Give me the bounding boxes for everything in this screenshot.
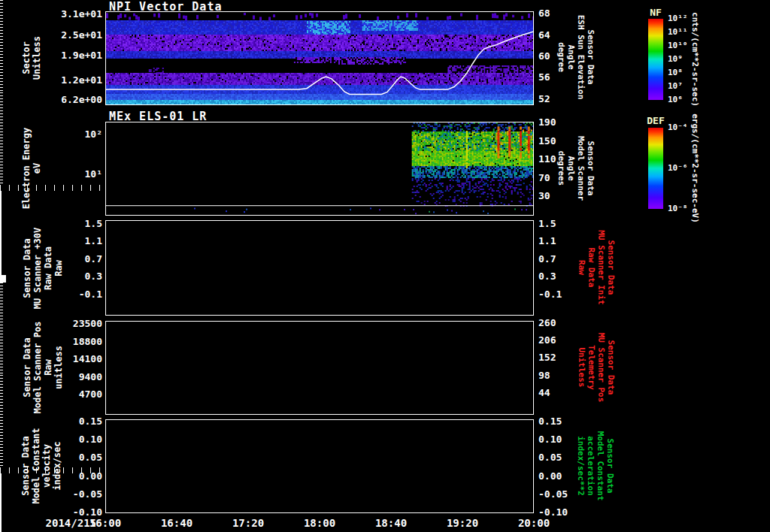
y-tick-label: 1.9e+01: [51, 50, 102, 61]
y-tick-label: 1.1: [51, 235, 102, 246]
y-tick-label: 70: [538, 172, 584, 183]
y-tick-label: -0.10: [51, 506, 102, 518]
nf-colorbar: [648, 19, 663, 100]
x-major-tick: [0, 239, 2, 245]
y-tick-label: 0.05: [538, 452, 584, 463]
y-tick-label: 260: [538, 317, 584, 328]
time-tick-label: 17:20: [226, 517, 271, 529]
y-tick-label: 4700: [51, 388, 102, 400]
panel1-left-axis-label: Sector Unitless: [21, 36, 42, 80]
y-tick-label: 1.2e+01: [51, 74, 102, 86]
science-plot-page: NPI Vector Data MEx ELS-01 LR Sector Uni…: [0, 0, 770, 532]
x-major-tick: [0, 515, 2, 521]
y-tick-label: 150: [538, 135, 584, 147]
y-tick-label: -0.10: [538, 506, 584, 518]
y-tick-label: 1.5: [51, 218, 102, 229]
y-tick-label: 152: [538, 352, 584, 363]
x-major-tick: [0, 215, 2, 221]
y-tick-label: 0.00: [51, 470, 102, 482]
y-minor-ticks-left: [0, 283, 3, 375]
y-tick-label: -0.1: [51, 289, 102, 300]
y-tick-label: 52: [538, 93, 584, 104]
y-tick-label: 60: [538, 50, 584, 62]
x-major-tick: [0, 197, 2, 203]
x-major-tick: [0, 509, 2, 515]
y-tick-label: 110: [538, 153, 584, 165]
colorbar-tick-label: 10¹²: [668, 14, 701, 23]
npi-spectrogram-panel: [105, 11, 534, 105]
y-tick-label: 0.10: [538, 434, 584, 445]
x-major-tick: [0, 203, 2, 209]
y-tick-label: 0.00: [538, 470, 584, 482]
time-tick-label: 16:40: [154, 517, 199, 529]
y-tick-label: -0.1: [538, 289, 584, 300]
y-minor-ticks-right: [0, 375, 3, 467]
y-tick-label: 14100: [51, 353, 102, 364]
x-major-tick: [0, 233, 2, 239]
x-major-tick: [0, 209, 2, 215]
x-major-tick: [0, 503, 2, 509]
x-major-tick: [0, 263, 2, 269]
y-tick-label: 2.5e+01: [51, 29, 102, 41]
y-tick-label: 0.3: [51, 271, 102, 282]
y-tick-label: 0.15: [51, 416, 102, 427]
time-tick-label: 19:20: [440, 517, 485, 529]
colorbar-tick-label: 10⁻⁴: [668, 123, 701, 132]
x-major-tick: [0, 221, 2, 227]
x-major-tick: [0, 521, 2, 527]
model-scanner-pos-panel: [105, 321, 534, 415]
y-tick-label: 206: [538, 334, 584, 346]
x-major-tick: [0, 269, 2, 275]
npi-spectrogram-canvas: [106, 12, 533, 104]
x-major-tick: [0, 245, 2, 251]
time-tick-label: 16:00: [83, 517, 128, 529]
els-spectrogram-canvas: [106, 122, 533, 215]
x-major-tick: [0, 527, 2, 532]
y-tick-label: 23500: [51, 318, 102, 329]
panel2-left-axis-label: Electron Energy eV: [21, 128, 42, 209]
els-spectrogram-panel: [105, 122, 534, 216]
colorbar-tick-label: 10¹⁰: [668, 41, 701, 50]
def-colorbar: [648, 128, 663, 209]
x-major-tick: [0, 497, 2, 503]
y-tick-label: 0.10: [51, 434, 102, 445]
y-tick-label: 56: [538, 71, 584, 83]
y-tick-label: 64: [538, 29, 584, 41]
def-colorbar-title: DEF: [647, 115, 665, 126]
y-tick-label: 10¹: [51, 168, 102, 180]
y-tick-label: 68: [538, 8, 584, 19]
colorbar-tick-label: 10⁹: [668, 55, 701, 64]
y-tick-label: 0.7: [51, 253, 102, 264]
y-tick-label: 1.5: [538, 218, 584, 229]
x-major-tick: [0, 227, 2, 233]
y-tick-label: -0.05: [538, 488, 584, 500]
colorbar-tick-label: 10⁻⁶: [668, 164, 701, 173]
y-tick-label: 44: [538, 387, 584, 398]
y-tick-label: 10²: [51, 128, 102, 140]
x-major-tick: [0, 479, 2, 485]
y-tick-label: 6.2e+00: [51, 94, 102, 105]
x-major-tick: [0, 485, 2, 491]
y-tick-label: 30: [538, 190, 584, 201]
time-tick-label: 18:00: [297, 517, 342, 529]
y-tick-label: 190: [538, 116, 584, 128]
x-major-tick: [0, 251, 2, 257]
y-tick-label: 18800: [51, 336, 102, 347]
colorbar-tick-label: 10⁶: [668, 95, 701, 104]
x-major-tick: [0, 473, 2, 479]
x-major-tick: [0, 257, 2, 263]
colorbar-tick-label: 10⁷: [668, 82, 701, 91]
y-tick-label: 0.15: [538, 416, 584, 427]
y-tick-label: 9400: [51, 371, 102, 382]
y-minor-ticks-left: [0, 0, 3, 92]
colorbar-tick-label: 10⁸: [668, 68, 701, 77]
x-major-tick: [0, 191, 2, 197]
y-tick-label: -0.05: [51, 488, 102, 500]
y-tick-label: 0.05: [51, 452, 102, 463]
y-tick-label: 1.1: [538, 235, 584, 246]
y-tick-label: 3.1e+01: [51, 8, 102, 20]
mu-scanner-30v-panel: [105, 220, 534, 316]
model-constant-velocity-panel: [105, 419, 534, 513]
y-tick-label: 0.3: [538, 271, 584, 282]
time-tick-label: 20:00: [511, 517, 556, 529]
